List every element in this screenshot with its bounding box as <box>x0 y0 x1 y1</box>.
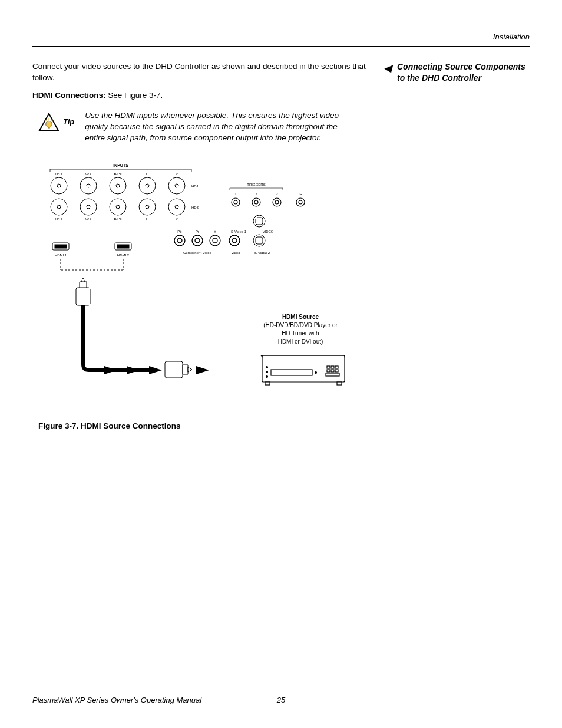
header-section-label: Installation <box>32 32 530 41</box>
svg-text:HDMI or DVI out): HDMI or DVI out) <box>278 338 323 345</box>
svg-rect-74 <box>256 237 263 244</box>
svg-point-27 <box>57 205 61 209</box>
tip-icon <box>38 113 59 131</box>
hdmi-heading-bold: HDMI Connections: <box>32 91 108 100</box>
svg-point-24 <box>175 184 178 187</box>
svg-rect-72 <box>256 218 263 225</box>
svg-rect-111 <box>327 370 330 372</box>
side-heading: ◀ Connecting Source Components to the DH… <box>397 61 530 84</box>
svg-text:2: 2 <box>255 192 257 196</box>
svg-point-29 <box>87 205 90 209</box>
svg-point-67 <box>210 235 220 246</box>
svg-point-68 <box>213 238 217 243</box>
svg-rect-112 <box>331 370 334 372</box>
svg-text:INPUTS: INPUTS <box>113 163 128 167</box>
svg-text:IR: IR <box>299 192 303 196</box>
svg-point-54 <box>273 198 281 206</box>
svg-point-23 <box>168 177 185 194</box>
svg-rect-115 <box>265 382 270 385</box>
svg-point-30 <box>110 199 126 215</box>
svg-marker-94 <box>196 366 209 374</box>
svg-text:G/Y: G/Y <box>85 217 91 220</box>
svg-point-16 <box>57 184 61 187</box>
svg-point-26 <box>51 199 67 215</box>
svg-text:S-Video 2: S-Video 2 <box>254 251 270 255</box>
svg-rect-116 <box>337 382 342 385</box>
svg-text:3: 3 <box>276 192 278 196</box>
svg-point-64 <box>177 238 182 243</box>
svg-rect-113 <box>335 370 338 372</box>
svg-rect-2 <box>48 127 50 129</box>
intro-paragraph: Connect your video sources to the DHD Co… <box>32 61 379 84</box>
hdmi-connections-heading: HDMI Connections: See Figure 3-7. <box>32 91 379 100</box>
svg-text:R/Pr: R/Pr <box>55 217 62 220</box>
svg-text:Video: Video <box>231 251 240 255</box>
svg-text:R/Pr: R/Pr <box>55 172 62 176</box>
svg-text:HDMI Source: HDMI Source <box>282 314 319 320</box>
svg-rect-108 <box>327 366 330 368</box>
svg-point-55 <box>275 200 279 204</box>
svg-point-104 <box>266 367 268 368</box>
svg-rect-114 <box>326 373 339 376</box>
svg-marker-93 <box>188 367 192 372</box>
svg-text:V: V <box>176 217 178 220</box>
svg-rect-110 <box>335 366 338 368</box>
svg-point-19 <box>110 177 126 194</box>
svg-text:Component Video: Component Video <box>183 251 212 255</box>
svg-rect-91 <box>165 361 183 378</box>
svg-point-52 <box>252 198 260 206</box>
svg-point-57 <box>299 200 302 204</box>
svg-marker-89 <box>81 278 85 282</box>
figure-caption: Figure 3-7. HDMI Source Connections <box>38 421 379 430</box>
svg-text:HDMI 1: HDMI 1 <box>55 253 67 257</box>
svg-rect-79 <box>55 245 67 248</box>
svg-marker-117 <box>104 366 117 374</box>
svg-text:VIDEO: VIDEO <box>263 230 274 233</box>
svg-rect-87 <box>76 288 90 305</box>
svg-rect-109 <box>331 366 334 368</box>
svg-point-106 <box>266 376 268 378</box>
svg-point-65 <box>192 235 203 246</box>
svg-point-34 <box>168 199 185 215</box>
svg-text:G/Y: G/Y <box>85 172 91 176</box>
svg-marker-90 <box>149 366 162 374</box>
svg-marker-88 <box>80 282 87 288</box>
hdmi-heading-rest: See Figure 3-7. <box>108 91 163 100</box>
svg-text:HDMI 2: HDMI 2 <box>117 253 130 257</box>
svg-point-20 <box>116 184 120 187</box>
svg-text:V: V <box>176 172 178 176</box>
svg-text:HD2: HD2 <box>191 206 199 209</box>
header-rule <box>32 46 530 47</box>
svg-point-50 <box>232 198 240 206</box>
svg-text:H: H <box>146 172 148 176</box>
side-heading-text: Connecting Source Components to the DHD … <box>397 62 525 83</box>
svg-point-1 <box>46 121 52 127</box>
svg-point-18 <box>87 184 90 187</box>
svg-point-33 <box>146 205 149 209</box>
svg-marker-92 <box>183 365 188 374</box>
svg-text:H: H <box>146 217 148 220</box>
svg-text:Y: Y <box>214 230 216 233</box>
svg-point-28 <box>80 199 97 215</box>
svg-text:1: 1 <box>234 192 237 196</box>
svg-text:Pr: Pr <box>196 230 199 233</box>
svg-text:HD1: HD1 <box>191 185 199 188</box>
svg-point-105 <box>266 371 268 373</box>
svg-point-107 <box>315 372 317 374</box>
svg-point-63 <box>174 235 185 246</box>
side-arrow-icon: ◀ <box>384 62 391 75</box>
svg-point-56 <box>296 198 305 206</box>
svg-rect-81 <box>117 245 129 248</box>
svg-text:HD Tuner with: HD Tuner with <box>282 330 319 337</box>
svg-point-69 <box>229 235 240 246</box>
tip-label: Tip <box>63 117 74 126</box>
svg-point-17 <box>80 177 97 194</box>
footer-page-number: 25 <box>277 696 285 704</box>
svg-point-66 <box>195 238 200 243</box>
svg-text:Pb: Pb <box>177 230 182 233</box>
tip-text: Use the HDMI inputs whenever possible. T… <box>85 110 350 144</box>
svg-point-35 <box>175 205 178 209</box>
svg-text:(HD-DVD/BD/DVD Player or: (HD-DVD/BD/DVD Player or <box>263 322 338 328</box>
svg-text:B/Pb: B/Pb <box>114 172 122 176</box>
svg-point-15 <box>51 177 67 194</box>
